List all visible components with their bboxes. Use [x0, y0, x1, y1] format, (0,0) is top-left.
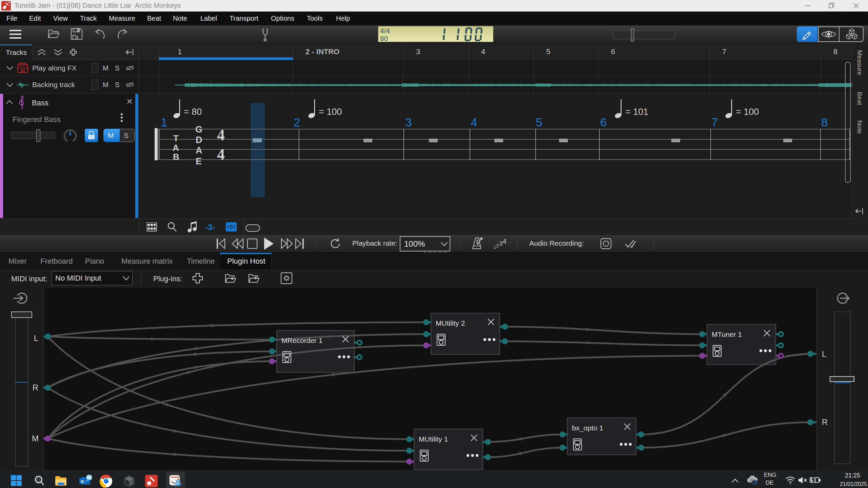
- svg-text:MRecorder 1: MRecorder 1: [281, 337, 322, 344]
- svg-text:1: 1: [161, 116, 167, 129]
- svg-text:MUtility 1: MUtility 1: [419, 435, 448, 443]
- svg-text:4: 4: [471, 116, 477, 129]
- svg-text:3: 3: [405, 116, 412, 129]
- svg-text:2: 2: [294, 116, 300, 129]
- svg-text:M: M: [32, 434, 39, 443]
- svg-text:4: 4: [217, 146, 225, 163]
- svg-text:MUtility 2: MUtility 2: [436, 319, 465, 327]
- svg-text:3: 3: [499, 240, 502, 247]
- svg-text:R: R: [33, 383, 38, 392]
- svg-text:L: L: [822, 349, 826, 359]
- svg-text:o: o: [81, 478, 84, 484]
- svg-text:= 101: = 101: [625, 107, 648, 117]
- svg-text:MTuner 1: MTuner 1: [712, 330, 742, 338]
- svg-text:E: E: [196, 156, 202, 166]
- svg-text:5: 5: [536, 116, 542, 129]
- svg-text:4: 4: [217, 126, 225, 144]
- svg-text:6: 6: [600, 116, 607, 129]
- svg-text:= 80: = 80: [184, 107, 202, 117]
- svg-text:B: B: [173, 152, 179, 162]
- svg-text:A: A: [173, 143, 179, 153]
- svg-text:4: 4: [502, 238, 507, 245]
- svg-text:1: 1: [494, 245, 496, 249]
- svg-text:7: 7: [711, 116, 718, 129]
- svg-text:bx_opto 1: bx_opto 1: [572, 424, 603, 432]
- svg-text:L: L: [34, 333, 38, 343]
- svg-text:= 100: = 100: [736, 107, 759, 117]
- svg-text:A: A: [196, 145, 202, 156]
- svg-text:2: 2: [496, 243, 499, 248]
- svg-text:= 100: = 100: [319, 107, 342, 117]
- svg-text:R: R: [822, 418, 828, 427]
- svg-text:8: 8: [821, 116, 828, 129]
- svg-text:T: T: [173, 133, 179, 143]
- svg-text:D: D: [196, 135, 202, 145]
- svg-text:G: G: [195, 124, 202, 135]
